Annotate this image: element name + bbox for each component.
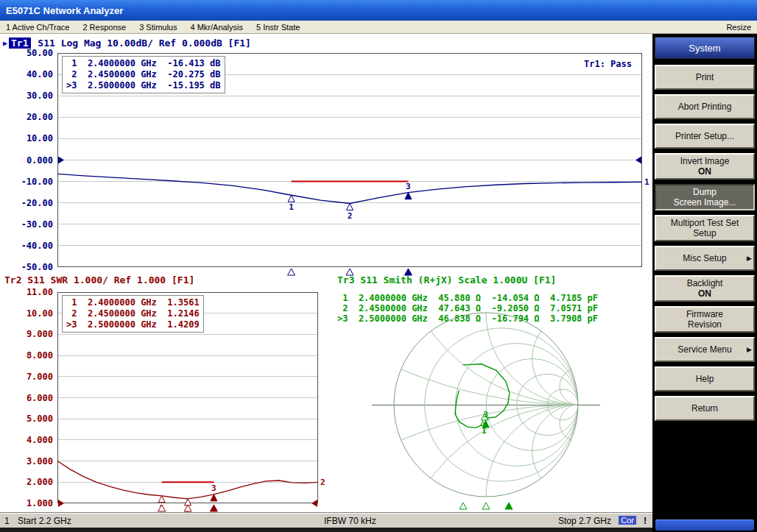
y-tick-label: 10.00: [0, 308, 53, 319]
softkey-printer-setup[interactable]: Printer Setup...: [655, 124, 755, 149]
softkey-firmware-revision[interactable]: Firmware Revision: [655, 306, 755, 333]
marker-readout-row: >3 2.5000000 GHz 1.4209: [66, 319, 200, 330]
softkey-label: Misc Setup: [683, 253, 726, 263]
y-tick-label: 5.000: [0, 414, 53, 424]
y-tick-label: -40.00: [0, 241, 53, 251]
warning-indicator: !: [644, 516, 647, 526]
softkey-label: Service Menu: [677, 344, 731, 355]
tr3-marker-readout: 1 2.4000000 GHz 45.880 Ω -14.054 Ω 4.718…: [337, 293, 598, 324]
menubar: 1 Active Ch/Trace2 Response3 Stimulus4 M…: [0, 21, 757, 34]
tr3-header: Tr3 S11 Smith (R+jX) Scale 1.000U [F1]: [337, 274, 556, 285]
softkey-print[interactable]: Print: [655, 65, 755, 90]
y-tick-label: 50.00: [0, 48, 53, 58]
softkey-label: Help: [696, 374, 714, 384]
softkey-list: PrintAbort PrintingPrinter Setup...Inver…: [655, 65, 755, 421]
y-tick-label: 40.00: [0, 69, 53, 79]
svg-text:1: 1: [289, 202, 294, 212]
y-tick-label: 30.00: [0, 91, 53, 101]
marker-readout-row: >3 2.5000000 GHz -15.195 dB: [66, 80, 221, 91]
softkey-dump-screen-image[interactable]: Dump Screen Image...: [655, 184, 755, 210]
y-tick-label: -50.00: [0, 262, 53, 272]
menu-item[interactable]: 5 Instr State: [256, 23, 300, 32]
submenu-arrow-icon: ▶: [747, 253, 752, 263]
resize-button[interactable]: Resize: [726, 23, 751, 32]
marker-readout-row: 1 2.4000000 GHz 1.3561: [66, 297, 200, 308]
menu-item[interactable]: 2 Response: [82, 23, 126, 32]
plot-area: 1231 1232 123 ▶Tr1 S11 Log Mag 10.00dB/ …: [0, 34, 652, 513]
taskbar-fragment: [655, 519, 754, 531]
softkey-multiport-test-set-setup[interactable]: Multiport Test Set Setup: [655, 215, 755, 241]
tr2-marker-readout: 1 2.4000000 GHz 1.3561 2 2.4500000 GHz 1…: [62, 295, 204, 333]
tr1-pass-status: Tr1: Pass: [584, 59, 632, 69]
svg-text:3: 3: [483, 410, 488, 419]
marker-readout-row: 2 2.4500000 GHz -20.275 dB: [66, 69, 221, 80]
marker-readout-row: 2 2.4500000 GHz 47.643 Ω -9.2050 Ω 7.057…: [337, 303, 598, 313]
y-tick-label: 20.00: [0, 112, 53, 122]
tr1-badge: Tr1: [9, 38, 30, 49]
ifbw-readout: IFBW 70 kHz: [324, 516, 376, 526]
softkey-label: Printer Setup...: [675, 131, 734, 141]
y-tick-label: 7.000: [0, 372, 53, 382]
statusbar: 1 Start 2.2 GHz IFBW 70 kHz Stop 2.7 GHz…: [0, 513, 652, 528]
softkey-label: Print: [696, 72, 714, 82]
tr1-title: S11 Log Mag 10.00dB/ Ref 0.000dB [F1]: [38, 38, 251, 49]
softkey-abort-printing[interactable]: Abort Printing: [655, 94, 755, 119]
softkey-return[interactable]: Return: [655, 396, 755, 421]
y-tick-label: 11.00: [0, 287, 53, 297]
y-tick-label: -20.00: [0, 198, 53, 208]
y-tick-label: 9.000: [0, 329, 53, 339]
svg-text:3: 3: [406, 182, 411, 191]
tr1-header: ▶Tr1 S11 Log Mag 10.00dB/ Ref 0.000dB [F…: [3, 38, 251, 49]
correction-badge: Cor: [619, 516, 636, 525]
softkey-state: ON: [698, 288, 711, 299]
bottom-strip: [0, 528, 652, 532]
stop-frequency: Stop 2.7 GHz: [558, 516, 611, 526]
y-tick-label: 6.000: [0, 393, 53, 403]
softkey-misc-setup[interactable]: Misc Setup▶: [655, 246, 755, 271]
y-tick-label: -30.00: [0, 219, 53, 230]
tr1-marker-readout: 1 2.4000000 GHz -16.413 dB 2 2.4500000 G…: [62, 56, 225, 93]
softkey-label: Return: [691, 403, 718, 414]
menu-item[interactable]: 3 Stimulus: [139, 23, 177, 32]
svg-text:1: 1: [644, 177, 649, 187]
tr2-header: Tr2 S11 SWR 1.000/ Ref 1.000 [F1]: [4, 274, 194, 285]
menu-item[interactable]: 1 Active Ch/Trace: [6, 23, 69, 32]
y-tick-label: 2.000: [0, 477, 53, 487]
y-tick-label: 1.000: [0, 498, 53, 508]
start-frequency: Start 2.2 GHz: [18, 516, 71, 526]
y-tick-label: -10.00: [0, 177, 53, 187]
softkey-label: Backlight: [687, 278, 723, 288]
softkey-invert-image[interactable]: Invert ImageON: [655, 153, 755, 180]
svg-text:2: 2: [348, 211, 353, 221]
softkey-service-menu[interactable]: Service Menu▶: [655, 337, 755, 362]
menu-item[interactable]: 4 Mkr/Analysis: [190, 23, 243, 32]
marker-readout-row: 1 2.4000000 GHz 45.880 Ω -14.054 Ω 4.718…: [337, 293, 598, 303]
active-trace-arrow-icon: ▶: [3, 39, 7, 47]
y-tick-label: 0.000: [0, 155, 53, 166]
softkey-label: Invert Image: [680, 156, 730, 166]
window-titlebar[interactable]: E5071C Network Analyzer: [0, 0, 757, 21]
softkey-help[interactable]: Help: [655, 366, 755, 391]
menubar-items: 1 Active Ch/Trace2 Response3 Stimulus4 M…: [6, 23, 300, 32]
y-tick-label: 8.000: [0, 350, 53, 361]
softkey-label: Multiport Test Set Setup: [671, 218, 739, 238]
screen: E5071C Network Analyzer 1 Active Ch/Trac…: [0, 0, 757, 532]
y-tick-label: 4.000: [0, 435, 53, 445]
submenu-arrow-icon: ▶: [747, 344, 752, 355]
softkey-state: ON: [698, 166, 711, 177]
svg-text:3: 3: [211, 483, 216, 493]
softkey-label: Abort Printing: [678, 102, 732, 112]
softkey-label: Firmware Revision: [686, 309, 723, 330]
channel-number: 1: [4, 516, 10, 526]
tr3-smith-chart[interactable]: 123: [372, 291, 600, 513]
softkey-menu-title: System: [655, 37, 755, 59]
marker-readout-row: >3 2.5000000 GHz 46.838 Ω -16.794 Ω 3.79…: [337, 313, 598, 324]
svg-text:2: 2: [320, 478, 325, 487]
y-tick-label: 10.00: [0, 133, 53, 143]
softkey-sidebar: System PrintAbort PrintingPrinter Setup.…: [652, 34, 757, 532]
window-title: E5071C Network Analyzer: [6, 5, 123, 16]
marker-readout-row: 1 2.4000000 GHz -16.413 dB: [66, 58, 221, 69]
softkey-backlight[interactable]: BacklightON: [655, 275, 755, 302]
marker-readout-row: 2 2.4500000 GHz 1.2146: [66, 308, 200, 319]
softkey-label: Dump Screen Image...: [674, 187, 736, 208]
